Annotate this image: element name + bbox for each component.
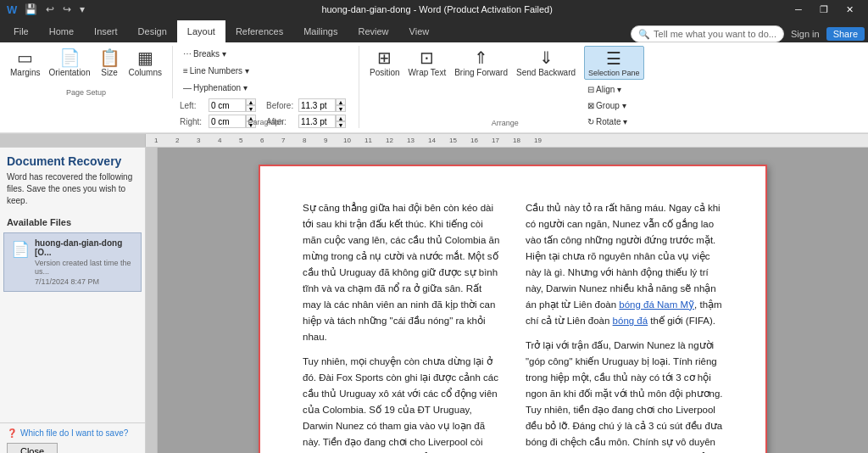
recovery-close-btn[interactable]: Close: [7, 443, 58, 453]
wrap-text-label: Wrap Text: [409, 68, 447, 77]
bring-forward-btn[interactable]: ⇑ Bring Forward: [451, 46, 511, 79]
send-backward-btn[interactable]: ⇓ Send Backward: [513, 46, 579, 79]
spacing-before-spin[interactable]: ▲ ▼: [298, 98, 346, 112]
save-qa-btn[interactable]: 💾: [22, 3, 40, 15]
size-btn[interactable]: 📋 Size: [96, 46, 124, 79]
file-meta-version: Version created last time the us...: [35, 259, 134, 276]
doc-col2-para1-text3: thế giới (FIFA).: [648, 316, 715, 326]
align-icon: ⊟: [587, 85, 594, 94]
bring-forward-icon: ⇑: [474, 48, 488, 68]
bring-forward-label: Bring Forward: [454, 68, 508, 77]
size-label: Size: [101, 68, 117, 77]
tab-layout[interactable]: Layout: [177, 20, 225, 42]
selection-pane-btn[interactable]: ☰ Selection Pane: [584, 46, 644, 80]
align-btn[interactable]: ⊟ Align ▾: [584, 81, 644, 97]
tab-mailings[interactable]: Mailings: [293, 20, 348, 42]
ribbon-group-page-setup: ▭ Margins 📄 Orientation 📋 Size ▦ Columns…: [0, 46, 173, 98]
indent-left-spin[interactable]: ▲ ▼: [209, 98, 256, 112]
ribbon-content: ▭ Margins 📄 Orientation 📋 Size ▦ Columns…: [0, 42, 868, 133]
spacing-before-arrows[interactable]: ▲ ▼: [336, 98, 346, 112]
share-btn[interactable]: Share: [826, 27, 865, 41]
tell-me-box[interactable]: 🔍 Tell me what you want to do...: [631, 25, 784, 42]
breaks-btn[interactable]: ⋯ Breaks ▾: [180, 46, 230, 61]
line-numbers-label: Line Numbers ▾: [190, 66, 249, 76]
link-fifa-football[interactable]: bóng đá: [613, 316, 648, 326]
tab-insert[interactable]: Insert: [84, 20, 128, 42]
arrange-buttons: ⊞ Position ⊡ Wrap Text ⇑ Bring Forward ⇓…: [366, 46, 644, 129]
margins-btn[interactable]: ▭ Margins: [7, 46, 44, 79]
undo-qa-btn[interactable]: ↩: [43, 3, 57, 15]
line-numbers-btn[interactable]: ≡ Line Numbers ▾: [180, 63, 253, 78]
position-icon: ⊞: [377, 48, 392, 68]
document-columns: Sự căng thẳng giữa hai đội bên còn kéo d…: [303, 200, 723, 453]
left-panel-bottom: ❓ Which file do I want to save? Close: [0, 422, 145, 453]
window-controls: ─ ❐ ✕: [787, 0, 861, 19]
tab-review[interactable]: Review: [348, 20, 399, 42]
columns-btn[interactable]: ▦ Columns: [125, 46, 165, 79]
restore-btn[interactable]: ❐: [812, 0, 836, 19]
available-files-label: Available Files: [0, 214, 145, 231]
spacing-before-row: Before: ▲ ▼: [266, 98, 346, 112]
group-btn[interactable]: ⊠ Group ▾: [584, 98, 644, 113]
ribbon-group-arrange: ⊞ Position ⊡ Wrap Text ⇑ Bring Forward ⇓…: [359, 46, 651, 129]
file-info: huong-dan-gian-dong [O... Version create…: [35, 238, 134, 286]
word-icon: W: [7, 3, 17, 16]
send-backward-label: Send Backward: [516, 68, 576, 77]
tab-home[interactable]: Home: [39, 20, 84, 42]
spacing-before-input[interactable]: [298, 98, 336, 112]
document-recovery-title: Document Recovery: [0, 148, 145, 171]
info-icon: ❓: [7, 428, 17, 438]
page-setup-buttons: ▭ Margins 📄 Orientation 📋 Size ▦ Columns: [7, 46, 165, 79]
document-area[interactable]: Sự căng thẳng giữa hai đội bên còn kéo d…: [158, 148, 868, 453]
tab-view[interactable]: View: [399, 20, 440, 42]
which-file-link[interactable]: ❓ Which file do I want to save?: [7, 428, 138, 438]
tab-file[interactable]: File: [3, 20, 39, 42]
redo-qa-btn[interactable]: ↪: [60, 3, 74, 15]
doc-col2-para2: Trở lại với trận đấu, Darwin Nunez là ng…: [526, 338, 723, 453]
breaks-label: Breaks ▾: [193, 49, 226, 59]
spacing-before-down[interactable]: ▼: [336, 105, 346, 112]
search-icon: 🔍: [638, 29, 650, 40]
more-qa-btn[interactable]: ▾: [77, 3, 87, 15]
document-column-1: Sự căng thẳng giữa hai đội bên còn kéo d…: [303, 200, 500, 453]
align-label: Align ▾: [596, 85, 621, 94]
spacing-before-up[interactable]: ▲: [336, 98, 346, 105]
document-recovery-description: Word has recovered the following files. …: [0, 171, 145, 214]
main-area: Document Recovery Word has recovered the…: [0, 148, 868, 453]
hyphenation-row: — Hyphenation ▾: [180, 80, 251, 95]
document-column-2: Cầu thủ này tỏ ra rất hăng máu. Ngay cả …: [526, 200, 723, 453]
wrap-text-icon: ⊡: [420, 48, 434, 68]
selection-pane-label: Selection Pane: [588, 69, 640, 77]
hyphenation-btn[interactable]: — Hyphenation ▾: [180, 80, 251, 95]
orientation-icon: 📄: [59, 48, 81, 68]
page-setup-label: Page Setup: [0, 88, 172, 97]
position-btn[interactable]: ⊞ Position: [366, 46, 403, 79]
indent-left-arrows[interactable]: ▲ ▼: [246, 98, 256, 112]
minimize-btn[interactable]: ─: [787, 0, 810, 19]
tab-references[interactable]: References: [225, 20, 293, 42]
position-label: Position: [370, 68, 400, 77]
wrap-text-btn[interactable]: ⊡ Wrap Text: [405, 46, 450, 79]
line-numbers-row: ≡ Line Numbers ▾: [180, 63, 253, 78]
orientation-btn[interactable]: 📄 Orientation: [46, 46, 94, 79]
indent-left-down[interactable]: ▼: [246, 105, 256, 112]
indent-left-input[interactable]: [209, 98, 246, 112]
signin-btn[interactable]: Sign in: [791, 29, 820, 39]
indent-left-up[interactable]: ▲: [246, 98, 256, 105]
ruler-area: 1 2 3 4 5 6 7 8 9 10 11 12 13 14 15 16 1…: [0, 134, 868, 148]
tab-bar-right: 🔍 Tell me what you want to do... Sign in…: [631, 25, 865, 42]
ruler-main: 1 2 3 4 5 6 7 8 9 10 11 12 13 14 15 16 1…: [146, 134, 868, 147]
selection-pane-icon: ☰: [606, 48, 621, 69]
margins-icon: ▭: [17, 48, 33, 68]
doc-col2-para1: Cầu thủ này tỏ ra rất hăng máu. Ngay cả …: [526, 200, 723, 329]
close-btn[interactable]: ✕: [837, 0, 861, 19]
file-item[interactable]: 📄 huong-dan-gian-dong [O... Version crea…: [3, 232, 142, 292]
size-icon: 📋: [99, 48, 120, 68]
window-title: huong-dan-gian-dong - Word (Product Acti…: [87, 4, 787, 14]
indent-left-label: Left:: [180, 101, 207, 110]
left-panel-document-recovery: Document Recovery Word has recovered the…: [0, 148, 146, 453]
tab-design[interactable]: Design: [128, 20, 177, 42]
link-south-american-football[interactable]: bóng đá Nam Mỹ: [619, 299, 694, 310]
line-numbers-icon: ≡: [183, 66, 188, 76]
file-meta-date: 7/11/2024 8:47 PM: [35, 277, 134, 286]
